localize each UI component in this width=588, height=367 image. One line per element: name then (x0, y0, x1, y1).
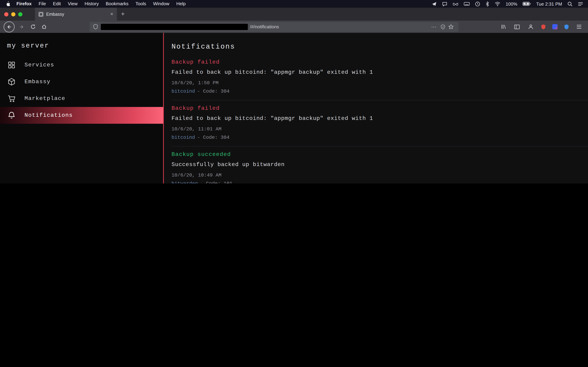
extension-bitwarden-icon[interactable] (550, 22, 559, 31)
apple-icon[interactable] (6, 1, 10, 7)
url-path-text: /#/notifications (250, 24, 279, 29)
page-title: Notifications (172, 43, 588, 51)
notification-timestamp: 10/6/20, 10:49 AM (172, 172, 578, 178)
macos-menubar: Firefox File Edit View History Bookmarks… (0, 0, 588, 8)
sidebar-item-label: Marketplace (25, 95, 65, 102)
redacted-url-block (101, 24, 248, 30)
menu-history[interactable]: History (81, 0, 102, 8)
glasses-icon[interactable] (453, 1, 458, 6)
notification-message: Failed to back up bitcoind: "appmgr back… (172, 115, 578, 122)
zoom-window-button[interactable] (18, 12, 22, 16)
notification-message: Failed to back up bitcoind: "appmgr back… (172, 69, 578, 75)
cart-icon (7, 94, 16, 103)
notification-code: - Code: 304 (197, 134, 229, 140)
sidebar-item-services[interactable]: Services (0, 57, 163, 73)
sidebar-item-notifications[interactable]: Notifications (0, 107, 163, 124)
notification-center-icon[interactable] (578, 1, 583, 6)
notification-code: - Code: 304 (197, 88, 229, 94)
firefox-toolbar: /#/notifications ⋯ (0, 21, 588, 33)
bookmark-star-icon[interactable] (447, 24, 455, 29)
notification-service-link[interactable]: bitcoind (172, 88, 195, 94)
embassy-app: my server Services Embassy Marketplace (0, 33, 588, 184)
menu-tools[interactable]: Tools (132, 0, 150, 8)
notification-title: Backup failed (172, 59, 578, 65)
page-action-icon[interactable] (439, 24, 447, 29)
bluetooth-icon[interactable] (485, 1, 489, 7)
paper-plane-icon[interactable] (432, 1, 437, 7)
sidebar: my server Services Embassy Marketplace (0, 33, 164, 184)
minimize-window-button[interactable] (11, 12, 15, 16)
wifi-icon[interactable] (494, 1, 501, 6)
clock-icon[interactable] (475, 1, 480, 7)
sidebar-item-label: Notifications (25, 112, 73, 118)
notification-item: Backup failed Failed to back up bitcoind… (172, 54, 588, 100)
notification-item: Backup failed Failed to back up bitcoind… (172, 100, 588, 146)
firefox-tabbar: Embassy ✕ + (0, 8, 588, 21)
sidebar-item-marketplace[interactable]: Marketplace (0, 90, 163, 107)
browser-tab-embassy[interactable]: Embassy ✕ (35, 8, 117, 21)
notification-service-link[interactable]: bitcoind (172, 134, 195, 140)
screen: Firefox File Edit View History Bookmarks… (0, 0, 588, 184)
menubar-clock[interactable]: Tue 2:31 PM (536, 1, 562, 7)
extension-privacy-icon[interactable] (562, 22, 571, 31)
menu-edit[interactable]: Edit (50, 0, 64, 8)
window-controls (0, 8, 27, 21)
cube-icon (7, 78, 16, 86)
notification-service-link[interactable]: bitwarden (172, 181, 198, 184)
tab-close-icon[interactable]: ✕ (110, 12, 113, 17)
spotlight-search-icon[interactable] (567, 1, 573, 7)
account-icon[interactable] (525, 21, 536, 32)
notification-timestamp: 10/6/20, 1:50 PM (172, 80, 578, 86)
menu-file[interactable]: File (35, 0, 50, 8)
new-tab-button[interactable]: + (117, 8, 129, 21)
notification-code: - Code: 101 (200, 181, 232, 184)
chat-bubble-icon[interactable] (442, 1, 447, 7)
menu-view[interactable]: View (64, 0, 81, 8)
server-name: my server (7, 42, 163, 50)
tab-favicon (38, 12, 43, 17)
grid-icon (7, 61, 16, 69)
sidebar-item-embassy[interactable]: Embassy (0, 73, 163, 90)
forward-button[interactable] (16, 21, 27, 32)
menu-help[interactable]: Help (173, 0, 189, 8)
sidebar-item-label: Services (25, 62, 54, 68)
sidebar-toggle-icon[interactable] (511, 21, 523, 32)
battery-icon[interactable] (523, 2, 531, 6)
notification-message: Successfully backed up bitwarden (172, 161, 578, 168)
menu-firefox[interactable]: Firefox (13, 0, 35, 8)
menu-window[interactable]: Window (150, 0, 173, 8)
battery-percent[interactable]: 100% (506, 1, 518, 7)
page-actions-ellipsis-icon[interactable]: ⋯ (429, 24, 439, 30)
sidebar-item-label: Embassy (25, 79, 50, 85)
notification-title: Backup failed (172, 105, 578, 111)
bell-icon (7, 111, 16, 119)
notifications-page: Notifications Backup failed Failed to ba… (164, 33, 588, 184)
tracking-protection-shield-icon[interactable] (93, 24, 98, 29)
keyboard-icon[interactable] (464, 2, 470, 6)
home-button[interactable] (38, 21, 50, 32)
close-window-button[interactable] (4, 12, 9, 16)
menu-bookmarks[interactable]: Bookmarks (102, 0, 132, 8)
reload-button[interactable] (27, 21, 38, 32)
hamburger-menu-icon[interactable] (573, 21, 585, 32)
extension-adblock-icon[interactable] (539, 22, 548, 31)
library-icon[interactable] (498, 21, 509, 32)
tab-title: Embassy (46, 12, 107, 17)
notification-timestamp: 10/6/20, 11:01 AM (172, 126, 578, 132)
notification-item: Backup succeeded Successfully backed up … (172, 146, 588, 184)
back-button[interactable] (3, 21, 15, 32)
url-bar[interactable]: /#/notifications ⋯ (90, 22, 458, 32)
notification-title: Backup succeeded (172, 151, 578, 158)
